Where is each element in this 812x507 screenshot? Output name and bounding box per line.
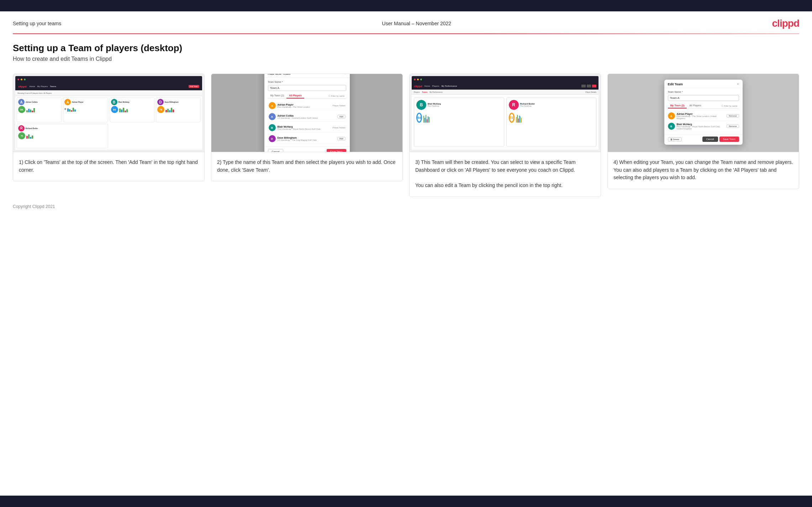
- player-score-row-4: 78: [157, 106, 199, 113]
- mockup3-subbar: Players Teams My Performance Player Deta…: [412, 90, 599, 95]
- edit-player-detail-0: Plus Handicap · The Shire London, United…: [677, 115, 725, 119]
- bar: [67, 108, 69, 112]
- pb-detail-blair: Plus Handicap: [428, 105, 441, 107]
- pba-richard: R: [509, 100, 519, 110]
- edit-tab-my-team[interactable]: My Team (2): [668, 103, 687, 108]
- player-detail-2: Plus Handicap · Royal North Devon Golf C…: [278, 128, 331, 130]
- edit-save-team-button[interactable]: Save Team: [719, 137, 739, 142]
- modal-close-icon[interactable]: ×: [344, 74, 346, 75]
- player-info-0: Adrian Player Plus Handicap · The Shire …: [278, 103, 331, 108]
- player-card-1: A Adrian Collins 84: [17, 97, 62, 122]
- player-row-0: A Adrian Player Plus Handicap · The Shir…: [268, 101, 346, 111]
- modal-body: Team Name * My Team (2) All Players ☐ Fi…: [264, 78, 350, 146]
- bar: [171, 108, 172, 112]
- header-divider: [13, 33, 799, 34]
- m3-nav-home: Home: [425, 85, 430, 87]
- mockup2: Add New Team × Team Name * My Team (2) A…: [211, 74, 402, 152]
- bar: [32, 111, 33, 112]
- dot-g3: [420, 79, 422, 80]
- remove-player-btn-0[interactable]: Remove: [727, 114, 739, 118]
- edit-close-icon[interactable]: ×: [737, 82, 739, 86]
- add-player-btn-3[interactable]: Add: [337, 137, 346, 140]
- page-subheading: How to create and edit Teams in Clippd: [13, 56, 799, 62]
- filter-checkbox: ☐: [328, 95, 330, 97]
- save-team-button[interactable]: Save Team: [327, 149, 346, 152]
- mini-bars-4: [165, 107, 174, 112]
- card-3: clippd Home Players My Performance: [409, 74, 601, 197]
- delete-team-button[interactable]: 🗑 Delete: [668, 137, 682, 142]
- player-score-row-2: 0: [64, 106, 106, 112]
- avatar-face-4: D: [157, 99, 164, 105]
- cr1: [516, 117, 517, 123]
- dot-y3: [417, 79, 419, 80]
- chart-bars-richard: [516, 113, 522, 123]
- cb2: [425, 118, 425, 123]
- score-circle-94: 94: [416, 113, 422, 123]
- mini-bars-3: [119, 107, 128, 112]
- score-badge-4: 78: [157, 106, 164, 113]
- bar: [74, 110, 76, 112]
- edit-modal-footer: 🗑 Delete Cancel Save Team: [664, 134, 743, 145]
- edit-modal-body: Team Name * My Team (2) All Players ☐ Fi…: [664, 88, 743, 134]
- avatar-face-3: B: [111, 99, 117, 105]
- score-0: 0: [64, 107, 66, 111]
- av-face-1: A: [269, 113, 276, 120]
- bar: [26, 136, 28, 139]
- m3-sub-handle: Player Details: [585, 91, 596, 93]
- remove-player-btn-1[interactable]: Remove: [727, 124, 739, 128]
- player-name-3: Dave Billingham: [278, 137, 336, 139]
- edit-team-name-input[interactable]: [668, 95, 739, 101]
- avatar-face-5: R: [18, 125, 25, 132]
- modal-footer: Cancel Save Team: [264, 146, 350, 152]
- cr4: [519, 116, 520, 123]
- player-row-3: D Dave Billingham 3.6 Handicap · The Gog…: [268, 134, 346, 144]
- edit-cancel-button[interactable]: Cancel: [702, 137, 718, 142]
- player-card-3: B Blair McHarg 94: [110, 97, 154, 122]
- bar: [73, 108, 74, 112]
- mockup1-grid: A Adrian Collins 84: [15, 96, 202, 150]
- mini-bars-2: [67, 106, 76, 112]
- pb-info-richard: Richard Butler Plus Handicap: [520, 103, 535, 107]
- tab-my-team[interactable]: My Team (2): [268, 93, 287, 98]
- delete-label: Delete: [673, 138, 679, 140]
- modal-tabs: My Team (2) All Players ☐ Filter by name: [268, 93, 346, 99]
- mockup1-nav: [15, 76, 202, 82]
- player-name-1: Adrian Coliba: [278, 114, 336, 117]
- score-circle-72: 72: [509, 113, 515, 123]
- card-2-screenshot: Add New Team × Team Name * My Team (2) A…: [211, 74, 402, 152]
- av-richard: R: [509, 100, 519, 110]
- bar: [28, 134, 30, 139]
- av-face-0: A: [269, 102, 276, 109]
- tab-all-players[interactable]: All Players: [286, 93, 304, 98]
- cancel-button[interactable]: Cancel: [268, 149, 284, 152]
- bar: [123, 108, 124, 112]
- player-row-2: B Blair McHarg Plus Handicap · Royal Nor…: [268, 123, 346, 133]
- dot-green: [24, 79, 26, 80]
- page-heading: Setting up a Team of players (desktop): [13, 43, 799, 54]
- top-bar: [0, 0, 812, 11]
- card-1-screenshot: clippd Home My Players Teams Add Team Sh…: [13, 74, 204, 152]
- team-name-input[interactable]: [268, 85, 346, 91]
- bar: [173, 110, 174, 112]
- mockup3-toolbar: clippd Home Players My Performance: [412, 82, 599, 90]
- player-name-5: Richard Butler: [26, 127, 38, 129]
- edit-player-row-1: B Blair McHarg Plus Handicap · Royal Nor…: [668, 121, 739, 132]
- tab-filter[interactable]: ☐ Filter by name: [327, 93, 346, 98]
- edit-tab-all-players[interactable]: All Players: [687, 103, 703, 108]
- bar: [26, 110, 28, 112]
- pb-info-blair: Blair McHarg Plus Handicap: [428, 103, 441, 107]
- edit-tab-filter[interactable]: ☐ Filter by name: [720, 103, 739, 108]
- player-header-1: A Adrian Collins: [18, 99, 60, 105]
- player-name-2: Adrian Player: [72, 101, 83, 103]
- mockup1-subbar: Showing 6 out of 8 players from: All Pla…: [15, 90, 202, 96]
- add-player-btn-1[interactable]: Add: [337, 115, 346, 118]
- team-name-label: Team Name *: [268, 81, 346, 83]
- filter-label: Filter by name: [331, 95, 344, 97]
- pbh-richard: R Richard Butler Plus Handicap: [509, 100, 535, 110]
- bar: [121, 110, 122, 112]
- header-center-text: User Manual – November 2022: [382, 21, 452, 26]
- mini-bars-1: [26, 107, 35, 112]
- edit-footer-right: Cancel Save Team: [702, 137, 739, 142]
- pb-score-blair: 94: [416, 113, 429, 123]
- header: Setting up your teams User Manual – Nove…: [0, 11, 812, 33]
